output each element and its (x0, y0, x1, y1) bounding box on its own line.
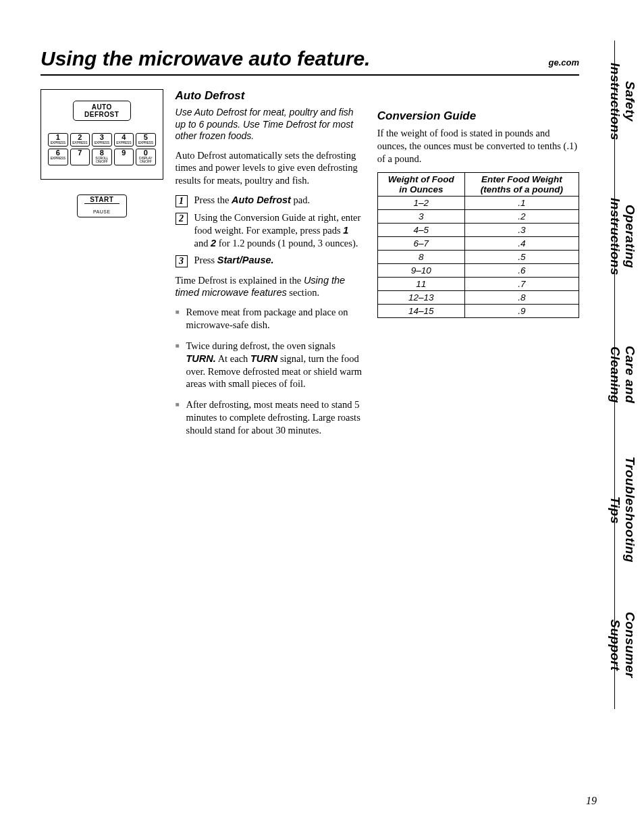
manual-page: Safety Instructions Operating Instructio… (0, 0, 644, 834)
cell-tenths: .3 (464, 223, 579, 236)
cell-oz: 8 (377, 250, 464, 263)
conversion-column: Conversion Guide If the weight of food i… (377, 82, 579, 445)
th-tenths: Enter Food Weight (tenths of a pound) (464, 172, 579, 196)
cell-tenths: .9 (464, 304, 579, 317)
step-number-icon: 2 (176, 213, 188, 225)
key-7: 7 (70, 149, 90, 165)
cell-oz: 14–15 (377, 304, 464, 317)
tab-safety: Safety Instructions (614, 41, 644, 162)
instructions-column: Auto Defrost Use Auto Defrost for meat, … (176, 82, 377, 445)
page-number: 19 (586, 795, 597, 807)
table-row: 11.7 (377, 277, 579, 290)
start-label: START (84, 196, 119, 204)
bullet-stand: After defrosting, most meats need to sta… (176, 398, 364, 437)
body-columns: AUTO DEFROST 1EXPRESS 2EXPRESS 3EXPRESS … (41, 82, 579, 445)
tab-troubleshooting: Troubleshooting Tips (614, 439, 644, 581)
table-row: 12–13.8 (377, 290, 579, 304)
key-6: 6EXPRESS (48, 149, 68, 165)
cell-oz: 12–13 (377, 290, 464, 304)
table-row: 4–5.3 (377, 223, 579, 236)
start-pause-pad: START PAUSE (77, 194, 127, 217)
cell-oz: 1–2 (377, 196, 464, 209)
para-autoset: Auto Defrost automatically sets the defr… (176, 149, 364, 188)
side-tabs: Safety Instructions Operating Instructio… (614, 41, 644, 709)
tab-consumer: Consumer Support (614, 581, 644, 709)
table-row: 6–7.4 (377, 236, 579, 250)
intro-text: Use Auto Defrost for meat, poultry and f… (176, 107, 364, 142)
step-3: 3 Press Start/Pause. (176, 254, 364, 267)
bullet-remove: Remove meat from package and place on mi… (176, 306, 364, 332)
steps-list: 1 Press the Auto Defrost pad. 2 Using th… (176, 194, 364, 267)
auto-label-2: DEFROST (84, 111, 119, 118)
step-number-icon: 3 (176, 255, 188, 267)
table-row: 9–10.6 (377, 263, 579, 277)
auto-label-1: AUTO (92, 103, 112, 111)
cell-oz: 9–10 (377, 263, 464, 277)
cell-oz: 6–7 (377, 236, 464, 250)
table-row: 3.2 (377, 209, 579, 223)
key-9: 9 (114, 149, 134, 165)
key-3: 3EXPRESS (92, 133, 112, 147)
table-row: 8.5 (377, 250, 579, 263)
section-heading: Auto Defrost (176, 89, 364, 103)
conversion-heading: Conversion Guide (377, 109, 579, 123)
bullet-list: Remove meat from package and place on mi… (176, 306, 364, 437)
cell-oz: 11 (377, 277, 464, 290)
key-4: 4EXPRESS (114, 133, 134, 147)
page-title: Using the microwave auto feature. (41, 47, 548, 70)
number-keys: 1EXPRESS 2EXPRESS 3EXPRESS 4EXPRESS 5EXP… (48, 133, 156, 165)
key-8: 8SCROLL ON/OFF (92, 149, 112, 165)
key-0: 0DISPLAY ON/OFF (136, 149, 156, 165)
cell-tenths: .4 (464, 236, 579, 250)
step-1: 1 Press the Auto Defrost pad. (176, 194, 364, 207)
cell-tenths: .2 (464, 209, 579, 223)
key-1: 1EXPRESS (48, 133, 68, 147)
time-defrost-note: Time Defrost is explained in the Using t… (176, 274, 364, 300)
table-row: 14–15.9 (377, 304, 579, 317)
cell-oz: 4–5 (377, 223, 464, 236)
keypad-column: AUTO DEFROST 1EXPRESS 2EXPRESS 3EXPRESS … (41, 82, 176, 445)
pause-label: PAUSE (93, 209, 111, 214)
table-row: 1–2.1 (377, 196, 579, 209)
auto-defrost-pad: AUTO DEFROST (73, 101, 131, 121)
tab-operating: Operating Instructions (614, 162, 644, 311)
step-2: 2 Using the Conversion Guide at right, e… (176, 211, 364, 250)
key-2: 2EXPRESS (70, 133, 90, 147)
tab-care: Care and Cleaning (614, 311, 644, 439)
title-row: Using the microwave auto feature. ge.com (41, 47, 579, 76)
conversion-para: If the weight of food is stated in pound… (377, 127, 579, 165)
step-number-icon: 1 (176, 195, 188, 207)
cell-tenths: .7 (464, 277, 579, 290)
cell-oz: 3 (377, 209, 464, 223)
bullet-turn: Twice during defrost, the oven signals T… (176, 340, 364, 390)
cell-tenths: .1 (464, 196, 579, 209)
th-ounces: Weight of Food in Ounces (377, 172, 464, 196)
keypad-diagram: AUTO DEFROST 1EXPRESS 2EXPRESS 3EXPRESS … (41, 89, 163, 180)
cell-tenths: .5 (464, 250, 579, 263)
conversion-table: Weight of Food in Ounces Enter Food Weig… (377, 172, 579, 318)
cell-tenths: .8 (464, 290, 579, 304)
key-5: 5EXPRESS (136, 133, 156, 147)
cell-tenths: .6 (464, 263, 579, 277)
brand-url: ge.com (548, 57, 579, 68)
